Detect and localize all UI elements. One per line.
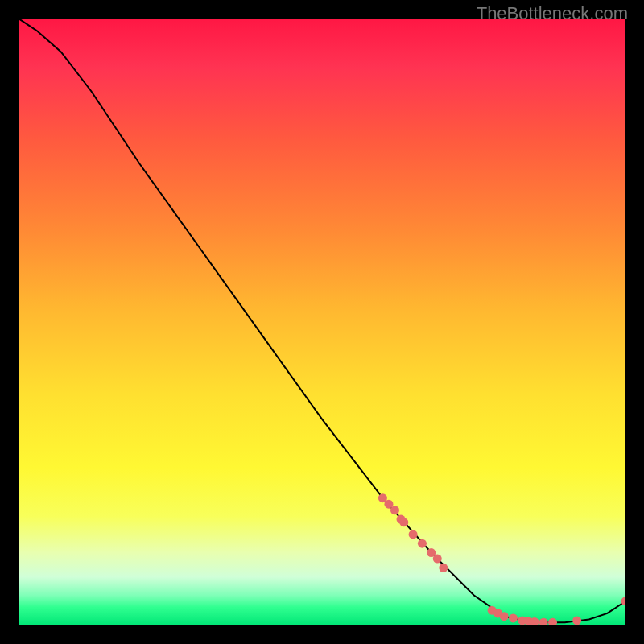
data-point [399, 518, 408, 526]
data-point [509, 613, 518, 622]
data-point [418, 539, 427, 548]
data-point [409, 530, 418, 539]
chart-curve [19, 19, 625, 622]
data-point [433, 555, 442, 564]
chart-data-points [378, 493, 625, 625]
chart-container [19, 19, 625, 625]
data-point [439, 564, 448, 572]
data-point [390, 506, 399, 514]
chart-svg [19, 19, 625, 625]
watermark-text: TheBottleneck.com [477, 3, 628, 24]
data-point [539, 618, 548, 625]
data-point [548, 618, 557, 625]
curve-path [19, 19, 625, 622]
data-point [500, 612, 509, 621]
data-point [572, 616, 581, 625]
